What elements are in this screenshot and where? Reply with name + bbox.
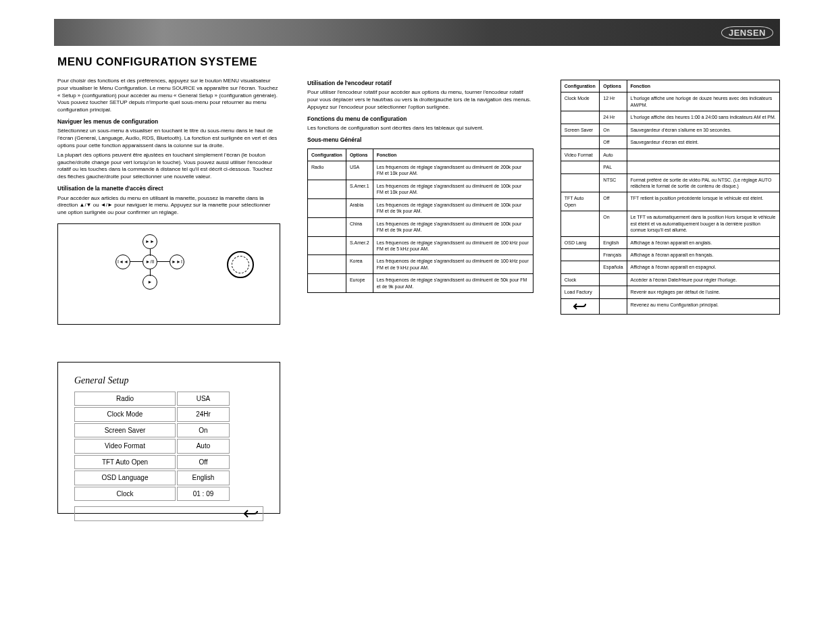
table-row: FrançaisAffichage à l'écran apparaît en …	[561, 249, 779, 261]
nav-p2: La plupart des options peuvent être ajus…	[57, 152, 280, 181]
table-row: EspañolaAffichage à l'écran apparaît en …	[561, 261, 779, 273]
table-row: KoreaLes fréquences de réglage s'agrandi…	[308, 255, 533, 274]
table-row: RadioUSALes fréquences de réglage s'agra…	[308, 161, 533, 180]
screenshot-title: General Setup	[74, 375, 263, 387]
table-row: Screen SaverOnSauvegardeur d'écran s'all…	[561, 124, 779, 136]
table-row: OnLe TFT va automatiquement dans la posi…	[561, 211, 779, 236]
screenshot-row-label: Clock Mode	[74, 407, 176, 422]
col-config: Configuration	[561, 80, 600, 92]
screenshot-row: OSD LanguageEnglish	[74, 471, 263, 485]
screenshot-row-value: 01 : 09	[177, 487, 230, 502]
screenshot-row-value: Off	[177, 455, 230, 470]
encoder-heading: Utilisation de l'encodeur rotatif	[307, 80, 533, 87]
screenshot-row-label: Clock	[74, 487, 176, 502]
table-row: ChinaLes fréquences de réglage s'agrandi…	[308, 217, 533, 236]
table-row: NTSCFormat préféré de sortie de vidéo PA…	[561, 173, 779, 192]
joystick-text: Pour accéder aux articles du menu en uti…	[57, 195, 280, 217]
table-row: ArabiaLes fréquences de réglage s'agrand…	[308, 198, 533, 217]
page-title: MENU CONFIGURATION SYSTEME	[57, 55, 834, 69]
encoder-text: Pour utiliser l'encodeur rotatif pour ac…	[307, 89, 533, 111]
column-3: Configuration Options Fonction Clock Mod…	[561, 76, 780, 514]
table-row: Revenez au menu Configuration principal.	[561, 298, 779, 314]
screenshot-row-label: OSD Language	[74, 471, 176, 485]
back-arrow-icon	[573, 302, 587, 311]
screenshot-bottom-bar	[74, 506, 263, 521]
joystick-heading: Utilisation de la manette d'accès direct	[57, 185, 280, 192]
screenshot-row: Clock Mode24Hr	[74, 407, 263, 422]
table-row: PAL	[561, 161, 779, 173]
table-row: Video FormatAuto	[561, 149, 779, 161]
screenshot-row-value: 24Hr	[177, 407, 230, 422]
col-function: Fonction	[373, 149, 533, 161]
table-row: S.Amer.1Les fréquences de réglage s'agra…	[308, 180, 533, 198]
back-icon-cell	[561, 298, 600, 314]
screenshot-row-value: English	[177, 471, 230, 485]
col-config: Configuration	[308, 149, 346, 161]
screenshot-row-label: Screen Saver	[74, 423, 176, 438]
header-banner: JENSEN	[54, 19, 780, 46]
nav-p1: Sélectionnez un sous-menu à visualiser e…	[57, 128, 280, 149]
table-row: Clock Mode12 HrL'horloge affiche une hor…	[561, 92, 779, 111]
screenshot-row: TFT Auto OpenOff	[74, 455, 263, 470]
table-row: OffSauvegardeur d'écran est éteint.	[561, 136, 779, 149]
column-1: Pour choisir des fonctions et des préfér…	[57, 76, 280, 514]
col-options: Options	[600, 80, 627, 92]
table-row: ClockAccéder à l'écran Date/Heure pour r…	[561, 273, 779, 286]
brand-logo: JENSEN	[721, 26, 773, 39]
screenshot-row: Video FormatAuto	[74, 439, 263, 454]
table-row: 24 HrL'horloge affiche des heures 1:00 à…	[561, 111, 779, 124]
controls-diagram: ►► ► I◄◄ ►►I ►/II	[57, 223, 280, 325]
table-row: EuropeLes fréquences de réglage s'agrand…	[308, 274, 533, 293]
screenshot-row-value: On	[177, 423, 230, 438]
table-row: OSD LangEnglishAffichage à l'écran appar…	[561, 236, 779, 248]
table-row: S.Amer.2Les fréquences de réglage s'agra…	[308, 236, 533, 255]
screenshot-row-label: Video Format	[74, 439, 176, 454]
back-arrow-icon	[244, 508, 259, 519]
screenshot-row: RadioUSA	[74, 392, 263, 406]
dpad-right-icon: ►►I	[170, 254, 184, 269]
screenshot-row-label: Radio	[74, 392, 176, 406]
general-submenu-heading: Sous-menu Général	[307, 136, 533, 144]
screenshot-row-value: USA	[177, 392, 230, 406]
table-row: TFT Auto OpenOffTFT retient la position …	[561, 192, 779, 211]
rotary-knob-icon	[227, 251, 254, 278]
general-table-2: Configuration Options Fonction Clock Mod…	[561, 80, 780, 315]
dpad-up-icon: ►►	[142, 234, 157, 249]
screenshot-row-value: Auto	[177, 439, 230, 454]
features-heading: Fonctions du menu de configuration	[307, 115, 533, 123]
table-row: Load FactoryRevenir aux réglages par déf…	[561, 286, 779, 298]
intro-text: Pour choisir des fonctions et des préfér…	[57, 78, 280, 114]
col-options: Options	[346, 149, 373, 161]
screenshot-row: Screen SaverOn	[74, 423, 263, 438]
dpad-down-icon: ►	[142, 275, 157, 290]
screenshot-row: Clock01 : 09	[74, 487, 263, 502]
dpad-left-icon: I◄◄	[115, 254, 130, 269]
general-table-1: Configuration Options Fonction RadioUSAL…	[307, 149, 533, 294]
general-setup-screenshot: General Setup RadioUSAClock Mode24HrScre…	[57, 362, 280, 514]
col-function: Fonction	[627, 80, 779, 92]
column-2: Utilisation de l'encodeur rotatif Pour u…	[307, 76, 533, 514]
screenshot-row-label: TFT Auto Open	[74, 455, 176, 470]
features-intro: Les fonctions de configuration sont décr…	[307, 125, 533, 132]
dpad-center-icon: ►/II	[142, 254, 157, 269]
nav-heading: Naviguer les menus de configuration	[57, 118, 280, 126]
